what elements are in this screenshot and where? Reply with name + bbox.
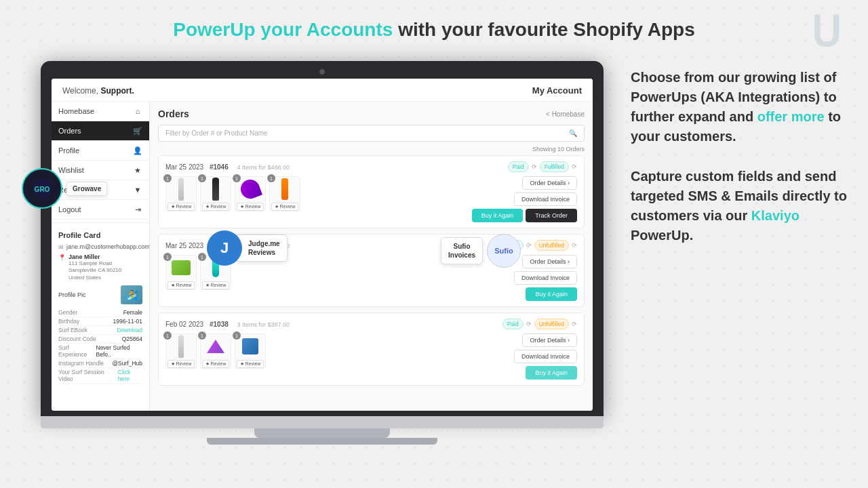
badge-unfulfilled-1038: Unfulfilled: [534, 319, 569, 329]
page-header: PowerUp your Accounts with your favourit…: [0, 19, 868, 41]
birthday-value: 1996-11-01: [113, 318, 142, 325]
sidebar-item-homebase[interactable]: Homebase ⌂: [52, 102, 149, 121]
profile-name-row: 📍 Jane Miller 111 Sample Road Samplevill…: [58, 253, 142, 281]
sidebar-item-profile[interactable]: Profile 👤: [52, 141, 149, 161]
order-1038-top: Feb 02 2023 #1038 3 Items for $387.00 Pa…: [165, 319, 577, 329]
surf-exp-label: Surf Experience: [58, 344, 96, 358]
order-item-5: 1 ★ Review: [165, 255, 197, 290]
growave-logo-circle: GRO: [22, 168, 62, 209]
video-label: Your Surf Session Video: [58, 369, 118, 382]
review-btn-7[interactable]: ★ Review: [167, 360, 195, 368]
badge-icon-1: ⟳: [532, 163, 537, 170]
badge-icon-2: ⟳: [572, 163, 577, 170]
right-text-2: Capture custom fields and send targeted …: [631, 167, 848, 245]
order-item-7: 1 ★ Review: [165, 333, 197, 369]
review-btn-3[interactable]: ★ Review: [237, 203, 264, 211]
order-details-btn-1038[interactable]: Order Details ›: [522, 333, 577, 347]
surf-ebook-value: Download: [117, 327, 142, 333]
sidebar-item-orders[interactable]: Orders 🛒: [52, 121, 149, 141]
order-1046-id: #1046: [210, 163, 229, 171]
profile-card-section: Profile Card ✉ jane.m@customerhubapp.com…: [52, 226, 149, 389]
order-1046-actions: Order Details › Download Invoice Buy it …: [472, 176, 577, 222]
download-invoice-btn-1045[interactable]: Download Invoice: [514, 271, 577, 285]
buy-again-btn-1045[interactable]: Buy it Again: [526, 287, 577, 301]
badge-icon-5: ⟳: [526, 321, 532, 327]
profile-card-title: Profile Card: [58, 231, 142, 239]
sidebar: Homebase ⌂ Orders 🛒 Profile 👤 Wishli: [52, 102, 150, 411]
breadcrumb-homebase[interactable]: < Homebase: [546, 110, 585, 118]
review-btn-6[interactable]: ★ Review: [202, 281, 230, 289]
field-gender: Gender Female: [58, 308, 142, 317]
right-content: Choose from our growing list of PowerUps…: [631, 68, 848, 266]
order-details-btn-1045[interactable]: Order Details ›: [522, 255, 577, 268]
profile-email: jane.m@customerhubapp.com: [66, 243, 150, 250]
order-1045-actions: Order Details › Download Invoice Buy it …: [514, 255, 577, 301]
review-btn-5[interactable]: ★ Review: [167, 281, 195, 289]
offer-more-highlight: offer more: [757, 109, 825, 124]
order-card-1046: Mar 25 2023 #1046 4 Items for $466.00 Pa…: [158, 155, 585, 228]
badge-icon-4: ⟳: [572, 242, 577, 249]
star-icon: ★: [133, 165, 142, 175]
judgeme-label: Judge.me Reviews: [237, 235, 288, 262]
order-1046-meta: Mar 25 2023 #1046 4 Items for $466.00: [165, 163, 290, 171]
header-normal: with your favourite Shopify Apps: [398, 19, 695, 40]
person-icon: 👤: [133, 146, 142, 155]
header-highlight: PowerUp your Accounts: [173, 19, 393, 40]
order-item-9: 1 ★ Review: [235, 333, 266, 369]
order-1046-items: 1 ★ Review 1 ★ Review: [165, 176, 300, 211]
showing-orders-count: Showing 10 Orders: [158, 146, 585, 152]
buy-again-btn-1038[interactable]: Buy it Again: [526, 366, 577, 380]
field-birthday: Birthday 1996-11-01: [58, 317, 142, 326]
order-item-8: 1 ★ Review: [200, 333, 231, 369]
order-1045-date: Mar 25 2023: [165, 242, 203, 249]
field-instagram: Instagram Handle @Surf_Hub: [58, 359, 142, 368]
order-1038-actions: Order Details › Download Invoice Buy it …: [514, 333, 577, 380]
order-details-btn-1046[interactable]: Order Details ›: [522, 176, 577, 190]
growave-label: Growave: [66, 182, 107, 196]
sufio-line2: Invoices: [448, 251, 475, 260]
review-btn-9[interactable]: ★ Review: [237, 360, 264, 368]
order-1038-date: Feb 02 2023: [165, 321, 203, 328]
review-btn-1[interactable]: ★ Review: [167, 203, 195, 211]
profile-name: Jane Miller: [68, 253, 121, 260]
review-btn-2[interactable]: ★ Review: [202, 203, 230, 211]
profile-pic-thumbnail: 🏄: [121, 285, 142, 304]
discount-label: Discount Code: [58, 336, 96, 342]
location-icon: 📍: [58, 254, 66, 261]
profile-pic-row: Profile Pic 🏄: [58, 285, 142, 304]
order-item-4: 1 ★ Review: [269, 176, 300, 211]
order-item-1: 1 ★ Review: [165, 176, 197, 211]
review-btn-4[interactable]: ★ Review: [271, 203, 299, 211]
sidebar-label-orders: Orders: [58, 127, 81, 135]
badge-paid-1038: Paid: [502, 319, 524, 329]
order-1046-date: Mar 25 2023: [165, 163, 203, 171]
order-1038-count: 3 Items for $387.00: [237, 321, 290, 328]
sufio-bubble: Sufio Invoices: [441, 237, 483, 264]
ui-header: Welcome, Support. My Account: [52, 79, 593, 102]
track-order-btn-1046[interactable]: Track Order: [526, 209, 577, 222]
video-value: Click here: [118, 369, 142, 382]
growave-badge: GRO Growave: [22, 168, 107, 209]
download-invoice-btn-1038[interactable]: Download Invoice: [514, 350, 577, 363]
judgeme-line2: Reviews: [248, 248, 280, 257]
sufio-badge: Sufio Invoices Sufio: [441, 234, 521, 268]
welcome-text: Welcome, Support.: [62, 86, 134, 96]
badge-paid-1046: Paid: [508, 161, 529, 172]
orders-header: Orders < Homebase: [158, 108, 585, 119]
order-item-3: 1 ★ Review: [235, 176, 266, 211]
home-icon: ⌂: [133, 106, 142, 116]
order-1046-badges: Paid ⟳ Fulfilled ⟳: [508, 161, 577, 172]
judgeme-line1: Judge.me: [248, 239, 280, 248]
order-search-bar[interactable]: Filter by Order # or Product Name 🔍: [158, 125, 585, 142]
badge-icon-6: ⟳: [572, 321, 577, 327]
orders-title: Orders: [158, 108, 189, 119]
order-1038-id: #1038: [210, 321, 229, 328]
svg-text:GRO: GRO: [35, 186, 50, 193]
buy-again-btn-1046[interactable]: Buy it Again: [472, 209, 524, 222]
download-invoice-btn-1046[interactable]: Download Invoice: [514, 192, 577, 206]
gender-label: Gender: [58, 309, 77, 316]
review-btn-8[interactable]: ★ Review: [202, 360, 230, 368]
birthday-label: Birthday: [58, 318, 79, 325]
surf-ebook-label: Surf EBook: [58, 327, 87, 333]
judgeme-badge: J Judge.me Reviews: [207, 230, 288, 266]
